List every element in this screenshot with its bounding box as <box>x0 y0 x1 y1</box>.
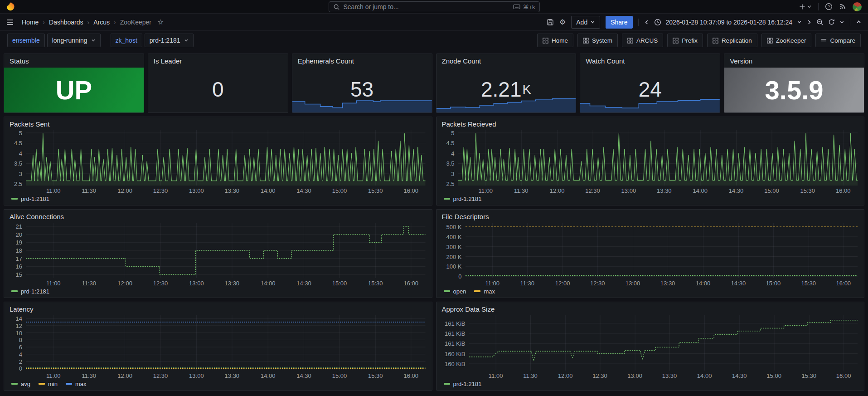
legend-item[interactable]: min <box>39 381 58 387</box>
alive-connections-chart[interactable]: 2120191817161511:0011:3012:0012:3013:001… <box>4 222 432 298</box>
new-menu-button[interactable] <box>799 4 812 10</box>
panel-title[interactable]: Packets Sent <box>4 117 432 129</box>
legend-item[interactable]: open <box>444 288 466 295</box>
legend-item[interactable]: prd-1:2181 <box>444 381 482 387</box>
x-axis-label: 13:30 <box>225 372 240 379</box>
legend-item[interactable]: max <box>66 381 87 387</box>
plot-area[interactable] <box>458 130 858 186</box>
packets-sent-chart[interactable]: 54.543.532.511:0011:3012:0012:3013:0013:… <box>4 129 432 205</box>
link-replication[interactable]: Replication <box>707 34 757 47</box>
variable-selected: long-running <box>52 37 87 44</box>
link-home[interactable]: Home <box>537 34 573 47</box>
approx-data-size-chart[interactable]: 161 KiB161 KiB161 KiB160 KiB160 KiB11:00… <box>436 314 864 390</box>
link-system[interactable]: System <box>577 34 618 47</box>
latency-chart[interactable]: 1412108642011:0011:3012:0012:3013:0013:3… <box>4 314 432 390</box>
global-search[interactable]: ⌘+k <box>329 1 540 12</box>
plot-area[interactable] <box>26 223 426 278</box>
time-range-picker[interactable]: 2026-01-28 10:37:09 to 2026-01-28 16:12:… <box>666 19 792 26</box>
panel-title[interactable]: Alive Connections <box>4 210 432 222</box>
y-axis-label: 160 KiB <box>445 350 466 357</box>
x-axis-label: 11:00 <box>479 187 493 194</box>
time-shift-back-icon[interactable] <box>644 20 650 25</box>
y-axis-label: 0 <box>458 273 461 280</box>
favorite-star-icon[interactable]: ☆ <box>157 18 164 26</box>
panel-approx-data-size: Approx Data Size 161 KiB161 KiB161 KiB16… <box>436 302 865 391</box>
news-icon[interactable] <box>839 3 846 10</box>
panel-title[interactable]: File Descriptors <box>436 210 864 222</box>
breadcrumb-dashboards[interactable]: Dashboards <box>49 19 83 26</box>
panel-title[interactable]: Status <box>4 54 144 66</box>
link-zookeeper[interactable]: ZooKeeper <box>761 34 812 47</box>
x-axis-label: 13:30 <box>660 280 675 287</box>
legend: avgminmax <box>9 379 426 388</box>
chevron-down-icon <box>91 38 96 43</box>
legend-item[interactable]: prd-1:2181 <box>11 288 49 295</box>
legend-label: prd-1:2181 <box>21 196 49 202</box>
panel-title[interactable]: Approx Data Size <box>436 302 864 314</box>
file-descriptors-chart[interactable]: 500 K400 K300 K200 K100 K011:0011:3012:0… <box>436 222 864 298</box>
link-compare[interactable]: Compare <box>815 34 861 47</box>
packets-recieved-chart[interactable]: 54.543.532.511:0011:3012:0012:3013:0013:… <box>436 129 864 205</box>
panel-title[interactable]: Version <box>724 54 864 66</box>
variable-value-dropdown[interactable]: long-running <box>47 34 101 47</box>
breadcrumb-separator: › <box>87 19 90 26</box>
share-button[interactable]: Share <box>606 16 632 29</box>
link-prefix[interactable]: Prefix <box>667 34 703 47</box>
chevron-down-icon <box>184 38 189 43</box>
grafana-logo-icon[interactable] <box>6 2 16 11</box>
x-axis-label: 13:30 <box>662 372 677 379</box>
plot-area[interactable] <box>469 315 858 371</box>
mega-menu-icon[interactable] <box>6 19 14 25</box>
y-axis-label: 3.5 <box>446 160 454 167</box>
settings-gear-icon[interactable]: ⚙ <box>559 18 566 26</box>
legend-item[interactable]: prd-1:2181 <box>11 196 49 202</box>
chevron-down-icon[interactable] <box>797 20 802 24</box>
x-axis-label: 16:00 <box>403 372 418 379</box>
chart-row-3: Latency 1412108642011:0011:3012:0012:301… <box>4 302 864 391</box>
x-axis-label: 11:30 <box>82 280 96 287</box>
link-arcus[interactable]: ARCUS <box>622 34 663 47</box>
y-axis-label: 3 <box>19 170 22 177</box>
legend-swatch <box>11 383 18 385</box>
refresh-interval-chevron-icon[interactable] <box>839 20 844 24</box>
panel-title[interactable]: Is Leader <box>148 54 288 66</box>
y-axis-label: 14 <box>16 315 22 322</box>
stat-value: 53 <box>350 79 373 100</box>
save-dashboard-icon[interactable] <box>547 19 554 26</box>
x-axis-label: 15:00 <box>766 280 781 287</box>
legend-item[interactable]: avg <box>11 381 30 387</box>
panel-title[interactable]: Latency <box>4 302 432 314</box>
zoom-out-icon[interactable] <box>816 19 824 26</box>
legend-item[interactable]: prd-1:2181 <box>444 196 482 202</box>
panel-title[interactable]: Ephemerals Count <box>292 54 432 66</box>
panel-title[interactable]: Packets Recieved <box>436 117 864 129</box>
refresh-icon[interactable] <box>828 19 835 25</box>
y-axis-label: 2 <box>19 358 22 365</box>
panel-alive-connections: Alive Connections 2120191817161511:0011:… <box>4 209 432 298</box>
collapse-chrome-caret-icon[interactable] <box>856 19 862 25</box>
x-axis-label: 12:30 <box>153 280 168 287</box>
keyboard-shortcut-badge: ⌘+k <box>513 4 535 10</box>
y-axis-label: 15 <box>16 271 22 278</box>
navbar-actions: ? <box>799 2 862 11</box>
panel-title[interactable]: Watch Count <box>580 54 720 66</box>
variable-value-dropdown[interactable]: prd-1:2181 <box>145 34 194 47</box>
search-input[interactable] <box>344 3 510 10</box>
breadcrumb-home[interactable]: Home <box>22 19 39 26</box>
legend: prd-1:2181 <box>441 194 858 203</box>
plot-area[interactable] <box>26 315 426 371</box>
x-axis-label: 15:30 <box>800 187 815 194</box>
panel-title[interactable]: Znode Count <box>436 54 576 66</box>
breadcrumb-folder[interactable]: Arcus <box>93 19 110 26</box>
user-avatar[interactable] <box>853 2 862 11</box>
stat-panel-status: Status UP <box>4 54 144 113</box>
plot-area[interactable] <box>466 223 858 278</box>
add-button[interactable]: Add <box>571 16 600 29</box>
legend-item[interactable]: max <box>474 288 495 295</box>
time-shift-forward-icon[interactable] <box>806 20 812 25</box>
x-axis-label: 14:00 <box>261 187 276 194</box>
x-axis-label: 13:30 <box>657 187 672 194</box>
plot-area[interactable] <box>26 130 426 186</box>
variable-zk-host: zk_host prd-1:2181 <box>111 34 194 47</box>
help-icon[interactable]: ? <box>825 3 833 10</box>
